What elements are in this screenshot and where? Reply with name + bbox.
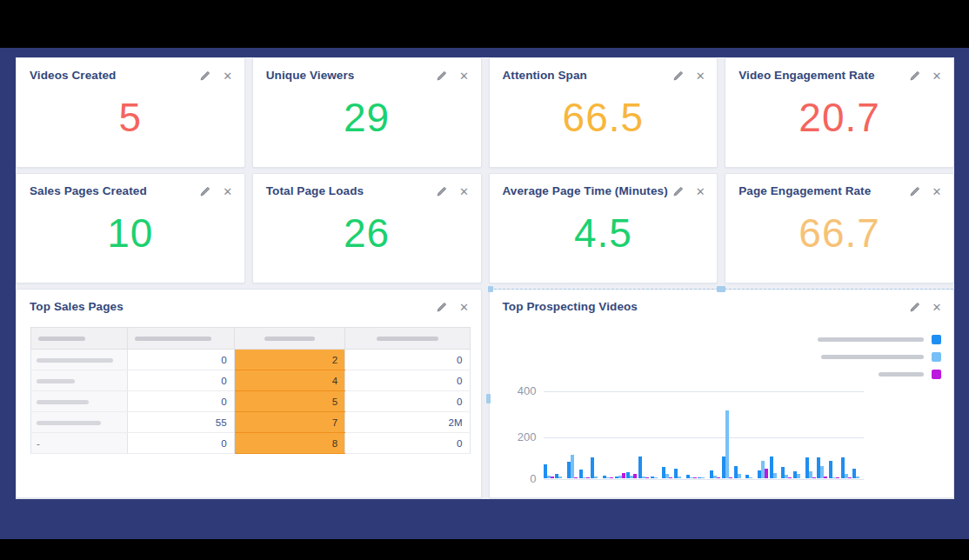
y-tick-0: 0 xyxy=(502,472,537,485)
bar-group xyxy=(686,475,697,478)
edit-icon[interactable] xyxy=(436,185,448,197)
bar-group xyxy=(544,464,554,478)
table-cell: 0 xyxy=(345,391,470,412)
bar-series-magenta xyxy=(848,477,852,478)
bar-series-blue xyxy=(638,457,642,478)
bar-series-light-blue xyxy=(797,474,800,478)
row-label xyxy=(31,350,128,370)
edit-icon[interactable] xyxy=(199,185,211,197)
table-header-redacted xyxy=(127,328,234,350)
panel-actions: ✕ xyxy=(436,301,471,313)
dashboard-canvas: Videos Created✕5Unique Viewers✕29Attenti… xyxy=(16,57,954,499)
close-icon[interactable]: ✕ xyxy=(458,70,471,82)
bar-series-light-blue xyxy=(678,477,681,478)
bar-group xyxy=(770,457,780,478)
stat-value: 20.7 xyxy=(725,82,953,167)
table-cell: 55 xyxy=(127,412,234,433)
bar-series-magenta xyxy=(717,477,720,478)
bar-series-light-blue xyxy=(738,474,741,478)
stat-card: Page Engagement Rate✕66.7 xyxy=(725,173,954,283)
close-icon[interactable]: ✕ xyxy=(694,70,706,82)
bar-series-magenta xyxy=(693,477,697,478)
bar-series-magenta xyxy=(574,477,578,478)
table-row: 040 xyxy=(31,370,471,391)
bar-series-light-blue xyxy=(725,410,729,478)
table-cell: 0 xyxy=(345,433,470,454)
stat-card: Total Page Loads✕26 xyxy=(252,173,482,283)
stat-card: Attention Span✕66.5 xyxy=(489,57,718,168)
stat-card: Sales Pages Created✕10 xyxy=(16,173,245,283)
edit-icon[interactable] xyxy=(672,70,684,82)
bar-group xyxy=(698,477,708,478)
bar-group xyxy=(591,457,601,478)
bar-group xyxy=(745,475,756,478)
table-row: 020 xyxy=(31,350,471,370)
edit-icon[interactable] xyxy=(436,301,448,313)
stat-card-title: Total Page Loads xyxy=(266,184,364,197)
card-actions: ✕ xyxy=(672,70,706,82)
stat-value: 4.5 xyxy=(490,197,718,283)
table-cell: 8 xyxy=(234,433,345,454)
edit-icon[interactable] xyxy=(908,185,920,197)
close-icon[interactable]: ✕ xyxy=(931,185,943,197)
row-label xyxy=(31,391,128,412)
close-icon[interactable]: ✕ xyxy=(458,301,471,313)
bar-series-magenta xyxy=(669,477,672,478)
legend-label-redacted xyxy=(821,355,924,359)
bar-group xyxy=(710,470,720,478)
edit-icon[interactable] xyxy=(436,70,448,82)
bar-series-light-blue xyxy=(654,477,658,478)
close-icon[interactable]: ✕ xyxy=(458,185,471,197)
table-row: 5572M xyxy=(31,412,471,433)
card-actions: ✕ xyxy=(199,185,234,197)
bar-group xyxy=(841,457,852,478)
stat-card-title: Page Engagement Rate xyxy=(738,184,871,197)
row-label: - xyxy=(31,433,128,454)
edit-icon[interactable] xyxy=(908,70,920,82)
table-cell: 0 xyxy=(127,391,234,412)
bar-series-magenta xyxy=(645,477,649,478)
stat-card-row-2: Sales Pages Created✕10Total Page Loads✕2… xyxy=(16,173,954,283)
stat-card: Video Engagement Rate✕20.7 xyxy=(725,57,954,168)
close-icon[interactable]: ✕ xyxy=(694,185,706,197)
bar-group xyxy=(615,473,625,478)
bar-series-magenta xyxy=(812,477,816,478)
top-sales-pages-panel: Top Sales Pages ✕ 0200400505572M-080 xyxy=(16,289,482,498)
bar-group xyxy=(555,474,565,478)
table-cell: 0 xyxy=(345,370,470,391)
stat-card-title: Sales Pages Created xyxy=(30,184,147,197)
bar-group xyxy=(781,467,792,478)
bar-group xyxy=(638,457,649,478)
bar-group xyxy=(722,410,732,478)
edit-icon[interactable] xyxy=(672,185,684,197)
table-cell: 5 xyxy=(234,391,345,412)
close-icon[interactable]: ✕ xyxy=(931,70,943,82)
table-header-redacted xyxy=(345,328,470,350)
bar-group xyxy=(817,457,827,478)
card-actions: ✕ xyxy=(908,185,943,197)
close-icon[interactable]: ✕ xyxy=(222,70,234,82)
close-icon[interactable]: ✕ xyxy=(222,185,234,197)
legend-item[interactable] xyxy=(818,335,941,344)
legend-item[interactable] xyxy=(879,370,941,379)
edit-icon[interactable] xyxy=(199,70,211,82)
stat-value: 26 xyxy=(253,197,481,283)
bar-series-light-blue xyxy=(773,473,777,478)
bar-group xyxy=(829,461,839,478)
legend-item[interactable] xyxy=(821,352,941,362)
table-cell: 0 xyxy=(127,433,234,454)
table-cell: 0 xyxy=(127,350,234,370)
bar-group xyxy=(651,477,661,478)
bar-series-magenta xyxy=(586,477,590,478)
stat-card: Unique Viewers✕29 xyxy=(252,57,482,168)
bar-group xyxy=(734,466,745,478)
bar-series-blue xyxy=(829,461,832,478)
bottom-row: Top Sales Pages ✕ 0200400505572M-080 xyxy=(16,289,954,498)
top-sales-pages-table: 0200400505572M-080 xyxy=(30,327,471,454)
stat-value: 29 xyxy=(253,82,481,167)
bar-series-light-blue xyxy=(701,477,705,478)
stat-card: Videos Created✕5 xyxy=(16,57,245,168)
row-label xyxy=(31,370,128,391)
stat-value: 5 xyxy=(17,82,244,167)
stat-value: 66.5 xyxy=(490,82,718,167)
